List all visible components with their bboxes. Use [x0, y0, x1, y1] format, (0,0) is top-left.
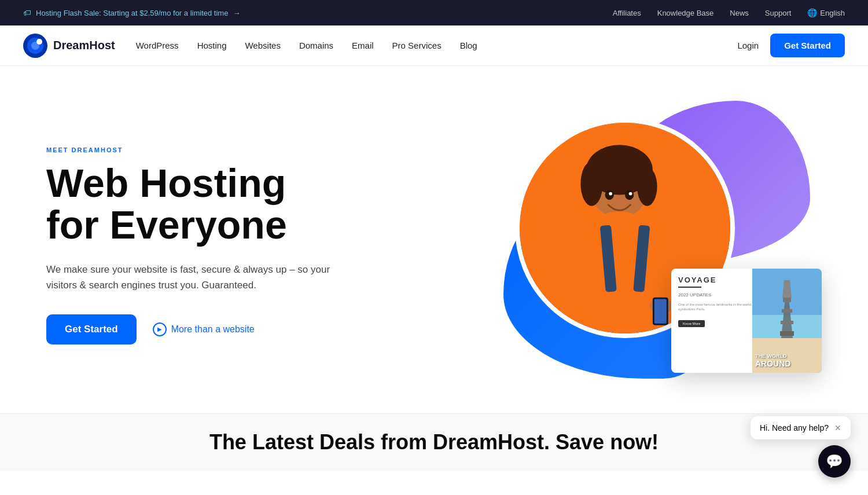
- more-than-website-link[interactable]: ▶ More than a website: [153, 322, 255, 336]
- support-link[interactable]: Support: [765, 9, 792, 17]
- news-link[interactable]: News: [730, 9, 749, 17]
- top-bar-links: Affiliates Knowledge Base News Support 🌐…: [613, 8, 845, 17]
- language-selector[interactable]: 🌐 English: [807, 8, 845, 17]
- magazine-inner: VOYAGE 2022 UPDATES One of the most famo…: [678, 276, 815, 366]
- knowledge-base-link[interactable]: Knowledge Base: [657, 9, 714, 17]
- login-button[interactable]: Login: [737, 41, 759, 50]
- svg-rect-27: [783, 298, 791, 302]
- deals-title: The Latest Deals from DreamHost. Save no…: [12, 430, 856, 454]
- globe-icon: 🌐: [807, 8, 817, 17]
- chat-bubble: Hi. Need any help? ✕: [751, 416, 851, 439]
- hero-title-line1: Web Hosting: [46, 161, 286, 205]
- hero-title-line2: for Everyone: [46, 203, 287, 247]
- hero-title: Web Hosting for Everyone: [46, 163, 336, 245]
- chat-message: Hi. Need any help?: [760, 423, 829, 432]
- hero-section: MEET DREAMHOST Web Hosting for Everyone …: [0, 66, 868, 413]
- nav-item-email[interactable]: Email: [352, 41, 374, 51]
- magazine-know-more-button[interactable]: Know More: [678, 320, 705, 327]
- hero-visual: VOYAGE 2022 UPDATES One of the most famo…: [486, 101, 822, 390]
- logo[interactable]: DreamHost: [23, 34, 115, 58]
- nav-left: DreamHost WordPress Hosting Websites Dom…: [23, 34, 477, 58]
- nav-get-started-button[interactable]: Get Started: [770, 34, 845, 57]
- promo-text: Hosting Flash Sale: Starting at $2.59/mo…: [36, 9, 228, 17]
- magazine-world-text: THE WORLD AROUND: [755, 354, 790, 368]
- nav-links: WordPress Hosting Websites Domains Email…: [136, 41, 477, 51]
- hero-actions: Get Started ▶ More than a website: [46, 314, 336, 344]
- svg-point-8: [637, 167, 657, 206]
- top-bar: 🏷 Hosting Flash Sale: Starting at $2.59/…: [0, 0, 868, 25]
- deals-bar: The Latest Deals from DreamHost. Save no…: [0, 413, 868, 471]
- magazine-divider: [678, 287, 701, 288]
- tag-icon: 🏷: [23, 8, 31, 17]
- navbar: DreamHost WordPress Hosting Websites Dom…: [0, 25, 868, 66]
- chat-open-button[interactable]: 💬: [818, 445, 851, 471]
- nav-item-websites[interactable]: Websites: [245, 41, 280, 51]
- svg-rect-30: [780, 331, 794, 336]
- hero-content: MEET DREAMHOST Web Hosting for Everyone …: [46, 146, 336, 344]
- chat-icon: 💬: [826, 453, 843, 470]
- affiliates-link[interactable]: Affiliates: [613, 9, 641, 17]
- nav-item-wordpress[interactable]: WordPress: [136, 41, 179, 51]
- language-label: English: [820, 9, 845, 17]
- nav-item-pro-services[interactable]: Pro Services: [392, 41, 442, 51]
- svg-point-3: [36, 39, 42, 45]
- nav-item-domains[interactable]: Domains: [299, 41, 333, 51]
- logo-text: DreamHost: [53, 39, 115, 52]
- promo-banner[interactable]: 🏷 Hosting Flash Sale: Starting at $2.59/…: [23, 8, 240, 17]
- magazine-image: THE WORLD AROUND: [752, 269, 822, 373]
- svg-rect-17: [654, 299, 667, 324]
- magazine-card: VOYAGE 2022 UPDATES One of the most famo…: [671, 269, 822, 373]
- dreamhost-logo-icon: [23, 34, 47, 58]
- svg-rect-28: [782, 309, 792, 313]
- nav-right: Login Get Started: [737, 34, 845, 57]
- svg-point-21: [629, 192, 632, 196]
- svg-point-20: [609, 192, 612, 196]
- promo-arrow: →: [233, 9, 240, 17]
- hero-get-started-button[interactable]: Get Started: [46, 314, 137, 344]
- more-label: More than a website: [171, 324, 255, 335]
- svg-point-7: [580, 162, 602, 206]
- svg-rect-29: [781, 321, 793, 324]
- meet-label: MEET DREAMHOST: [46, 146, 336, 153]
- chat-close-button[interactable]: ✕: [834, 423, 841, 432]
- play-icon: ▶: [153, 322, 167, 336]
- hero-description: We make sure your website is fast, secur…: [46, 262, 336, 293]
- nav-item-hosting[interactable]: Hosting: [197, 41, 227, 51]
- nav-item-blog[interactable]: Blog: [460, 41, 477, 51]
- chat-widget: Hi. Need any help? ✕ 💬: [751, 416, 851, 471]
